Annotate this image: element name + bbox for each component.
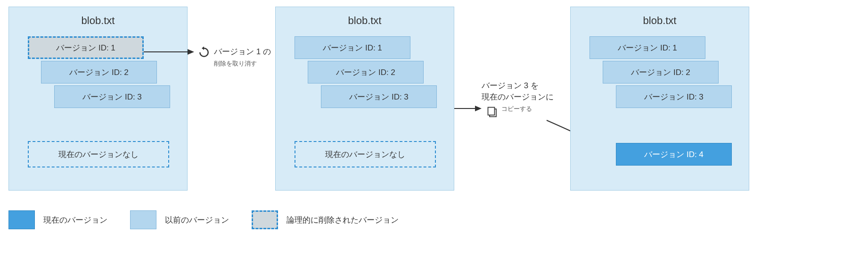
- legend-label-previous: 以前のバージョン: [165, 215, 229, 225]
- diagram-canvas: blob.txt バージョン ID: 1 バージョン ID: 2 バージョン I…: [5, 5, 868, 267]
- panel-title: blob.txt: [571, 7, 749, 36]
- version-box-prev: バージョン ID: 2: [603, 61, 719, 83]
- version-box-prev: バージョン ID: 3: [616, 85, 732, 108]
- version-box-prev: バージョン ID: 2: [308, 61, 424, 83]
- undelete-main: バージョン 1 の: [214, 47, 271, 56]
- legend-label-current: 現在のバージョン: [43, 215, 107, 225]
- no-current-version: 現在のバージョンなし: [28, 141, 169, 167]
- legend-swatch-deleted: [252, 210, 278, 229]
- version-box-prev: バージョン ID: 3: [321, 85, 437, 108]
- panel-title: blob.txt: [276, 7, 454, 36]
- undelete-sub: 削除を取り消す: [214, 60, 257, 67]
- copy-main1: バージョン 3 を: [482, 81, 539, 90]
- version-box-prev: バージョン ID: 3: [54, 85, 170, 108]
- copy-main2: 現在のバージョンに: [482, 92, 554, 101]
- legend-swatch-current: [8, 210, 35, 229]
- undo-icon: [197, 45, 211, 61]
- blob-panel-3: blob.txt バージョン ID: 1 バージョン ID: 2 バージョン I…: [570, 7, 749, 191]
- copy-sub: コピーする: [501, 105, 532, 112]
- legend: 現在のバージョン 以前のバージョン 論理的に削除されたバージョン: [8, 210, 413, 229]
- version-box-prev: バージョン ID: 1: [295, 36, 410, 59]
- copy-label: バージョン 3 を 現在のバージョンに コピーする: [482, 80, 554, 114]
- version-box-current: バージョン ID: 4: [616, 143, 732, 166]
- legend-swatch-previous: [130, 210, 156, 229]
- blob-panel-2: blob.txt バージョン ID: 1 バージョン ID: 2 バージョン I…: [275, 7, 454, 191]
- no-current-version: 現在のバージョンなし: [295, 141, 436, 167]
- version-box-prev: バージョン ID: 1: [590, 36, 705, 59]
- panel-title: blob.txt: [9, 7, 187, 36]
- undelete-label: バージョン 1 の 削除を取り消す: [214, 46, 271, 69]
- blob-panel-1: blob.txt バージョン ID: 1 バージョン ID: 2 バージョン I…: [8, 7, 188, 191]
- version-box-deleted: バージョン ID: 1: [28, 36, 144, 59]
- version-box-prev: バージョン ID: 2: [41, 61, 157, 83]
- legend-label-deleted: 論理的に削除されたバージョン: [287, 215, 399, 225]
